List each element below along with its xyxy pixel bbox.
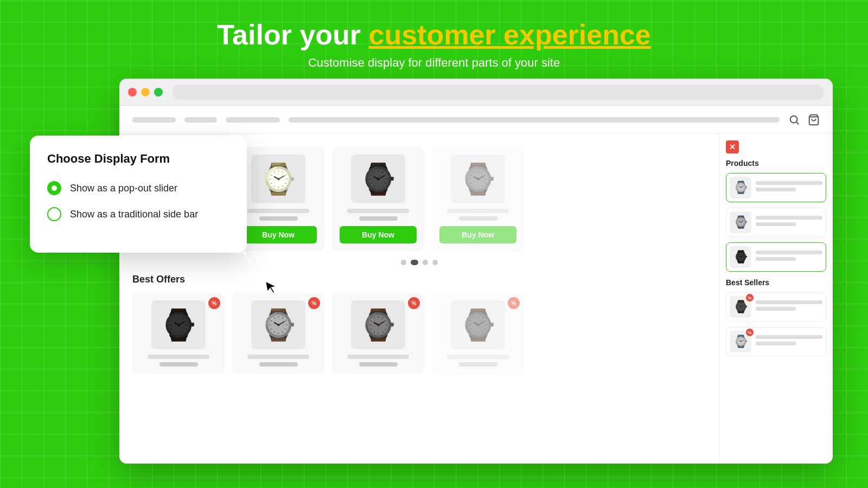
panel-product-image: ⌚ (730, 246, 751, 268)
buy-now-button[interactable]: Buy Now (439, 226, 516, 243)
product-price-bar (259, 362, 298, 367)
badge-dot: % (746, 329, 754, 336)
panel-product-image: ⌚ (730, 177, 751, 198)
display-form-title: Choose Display Form (47, 152, 229, 166)
browser-dot-red[interactable] (128, 88, 137, 97)
svg-point-0 (790, 115, 797, 123)
discount-badge: % (508, 297, 520, 309)
panel-line (756, 216, 822, 220)
svg-line-1 (796, 122, 799, 124)
panel-close-button[interactable]: ✕ (726, 140, 739, 153)
panel-line-short (756, 188, 796, 191)
offer-card: % ⌚ (132, 293, 225, 374)
panel-line-short (756, 222, 796, 226)
browser-dot-yellow[interactable] (141, 88, 150, 97)
panel-line (756, 251, 822, 254)
panel-product-lines (756, 335, 822, 348)
panel-product-lines (756, 300, 822, 313)
badge-dot: % (746, 294, 754, 301)
panel-product-lines (756, 216, 822, 229)
header-area: Tailor your customer experience Customis… (217, 0, 651, 70)
nav-placeholder-2 (184, 117, 217, 123)
search-icon[interactable] (788, 114, 800, 126)
product-image: ⌚ (151, 300, 206, 349)
product-image: ⌚ (451, 155, 505, 203)
product-image: ⌚ (351, 300, 405, 349)
radio-circle-sidebar[interactable] (47, 207, 61, 221)
panel-product-item: ⌚ (726, 208, 826, 237)
best-offers-row: % ⌚ % ⌚ (132, 293, 706, 374)
product-card: ⌚ Buy Now (332, 147, 424, 251)
panel-product-item: ⌚ (726, 242, 826, 272)
product-name-bar (347, 209, 409, 213)
product-name-bar (148, 355, 209, 359)
product-card: ⌚ Buy Now (432, 147, 524, 251)
panel-line-short (756, 257, 796, 261)
browser-urlbar (173, 85, 824, 100)
product-name-bar (447, 209, 509, 213)
nav-placeholder-1 (132, 117, 176, 123)
svg-marker-3 (252, 274, 260, 282)
site-nav (119, 106, 833, 134)
product-price-bar (359, 216, 398, 221)
panel-best-seller-item: ⌚ % (726, 327, 826, 356)
product-price-bar (459, 216, 497, 221)
panel-line-short (756, 307, 796, 311)
offer-card: % ⌚ (332, 293, 424, 374)
product-name-bar (347, 355, 409, 359)
panel-products-title: Products (726, 159, 826, 168)
panel-product-lines (756, 181, 822, 194)
browser-dot-green[interactable] (154, 88, 163, 97)
panel-product-item: ⌚ (726, 173, 826, 202)
radio-label-sidebar: Show as a traditional side bar (70, 209, 198, 220)
product-price-bar (359, 362, 398, 367)
product-image: ⌚ (451, 300, 505, 349)
product-image: ⌚ (251, 300, 305, 349)
panel-line (756, 300, 822, 304)
browser-bar (119, 79, 833, 106)
radio-option-slider[interactable]: Show as a pop-out slider (47, 181, 229, 195)
carousel-dot[interactable] (401, 260, 406, 265)
nav-placeholder-4 (289, 117, 780, 123)
carousel-dot[interactable] (432, 260, 438, 265)
carousel-dot[interactable] (423, 260, 428, 265)
subheadline: Customise display for different parts of… (217, 56, 651, 70)
nav-placeholder-3 (226, 117, 280, 123)
product-price-bar (259, 216, 298, 221)
nav-icons (788, 114, 820, 126)
product-image: ⌚ (351, 155, 405, 203)
discount-badge: % (408, 297, 420, 309)
panel-product-image: ⌚ (730, 211, 751, 233)
panel-best-sellers-title: Best Sellers (726, 278, 826, 287)
discount-badge: % (308, 297, 320, 309)
display-form-card: Choose Display Form Show as a pop-out sl… (30, 136, 247, 253)
panel-line (756, 335, 822, 339)
offer-card: % ⌚ (232, 293, 324, 374)
product-image: ⌚ (251, 155, 305, 203)
dashed-pointer-line (198, 228, 263, 282)
headline: Tailor your customer experience (217, 20, 651, 50)
headline-text1: Tailor your (217, 19, 368, 50)
radio-label-slider: Show as a pop-out slider (70, 183, 177, 194)
product-name-bar (247, 355, 309, 359)
page-wrapper: Tailor your customer experience Customis… (0, 0, 868, 488)
offer-card: % ⌚ (432, 293, 524, 374)
discount-badge: % (208, 297, 220, 309)
product-name-bar (447, 355, 509, 359)
radio-circle-slider[interactable] (47, 181, 61, 195)
right-panel: ✕ Products ⌚ ⌚ (719, 134, 833, 464)
product-name-bar (247, 209, 309, 213)
product-price-bar (159, 362, 198, 367)
radio-option-sidebar[interactable]: Show as a traditional side bar (47, 207, 229, 221)
panel-product-lines (756, 251, 822, 264)
carousel-dot-active[interactable] (411, 260, 418, 265)
product-price-bar (459, 362, 497, 367)
panel-best-seller-item: ⌚ % (726, 292, 826, 322)
panel-line (756, 181, 822, 185)
panel-line-short (756, 342, 796, 345)
cart-icon[interactable] (808, 114, 820, 126)
buy-now-button[interactable]: Buy Now (340, 226, 417, 243)
headline-highlight: customer experience (369, 19, 651, 50)
